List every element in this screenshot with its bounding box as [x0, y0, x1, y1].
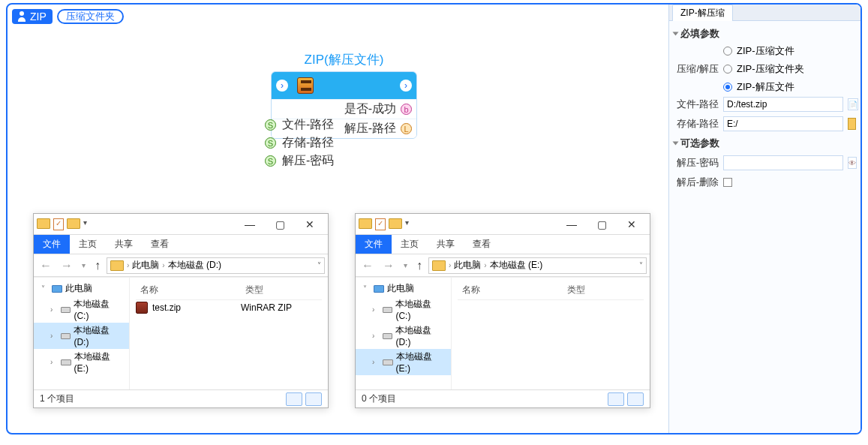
tree-drive-c[interactable]: ›本地磁盘 (C:) — [34, 296, 129, 323]
up-button[interactable]: ↑ — [413, 259, 425, 272]
qat-dropdown-icon[interactable]: ▾ — [83, 218, 87, 230]
tab-view[interactable]: 查看 — [142, 235, 178, 254]
qat-dropdown-icon[interactable]: ▾ — [405, 218, 409, 230]
port-string[interactable]: S — [265, 119, 276, 131]
list-item[interactable]: test.zip WinRAR ZIP — [136, 300, 322, 315]
address-bar: ← → ▾ ↑ › 此电脑 › 本地磁盘 (E:) ˅ — [356, 254, 650, 277]
maximize-button[interactable]: ▢ — [587, 216, 617, 233]
explorer-d[interactable]: ▾ — ▢ ✕ 文件 主页 共享 查看 ← → ▾ ↑ — [33, 213, 329, 408]
tab-share[interactable]: 共享 — [106, 235, 142, 254]
qat: ▾ — [359, 218, 409, 230]
tree-drive-d[interactable]: ›本地磁盘 (D:) — [34, 323, 129, 349]
port-string[interactable]: S — [265, 155, 276, 167]
details-view-button[interactable] — [608, 392, 624, 406]
titlebar[interactable]: ▾ — ▢ ✕ — [34, 214, 328, 235]
address-field[interactable]: › 此电脑 › 本地磁盘 (E:) ˅ — [428, 257, 647, 274]
forward-button[interactable]: → — [58, 259, 76, 272]
port-bool[interactable]: b — [401, 104, 412, 115]
window-controls: — ▢ ✕ — [235, 216, 325, 233]
tree-drive-e[interactable]: ›本地磁盘 (E:) — [356, 349, 451, 375]
forward-button[interactable]: → — [380, 259, 398, 272]
section-optional[interactable]: 可选参数 — [674, 137, 856, 150]
tab-view[interactable]: 查看 — [464, 235, 500, 254]
tab-home[interactable]: 主页 — [70, 235, 106, 254]
tree-drive-e[interactable]: ›本地磁盘 (E:) — [34, 349, 129, 375]
zip-chip[interactable]: ZIP — [12, 9, 53, 24]
param-password: 解压-密码 👁 — [674, 153, 856, 173]
chevron-down-icon[interactable]: ˅ — [639, 261, 643, 269]
chevron-down-icon[interactable]: ˅ — [317, 261, 321, 269]
col-name[interactable]: 名称 — [458, 282, 563, 298]
folder-browse-icon[interactable] — [848, 118, 856, 130]
radio-icon — [723, 65, 732, 74]
store-path-input[interactable] — [723, 116, 843, 131]
tab-share[interactable]: 共享 — [428, 235, 464, 254]
doc-icon[interactable] — [375, 218, 386, 230]
nav-tree[interactable]: ˅此电脑 ›本地磁盘 (C:) ›本地磁盘 (D:) ›本地磁盘 (E:) — [356, 278, 452, 389]
canvas[interactable]: ZIP 压缩文件夹 ZIP(解压文件) › › 是否-成功 b — [8, 5, 668, 433]
chevron-icon: › — [162, 261, 164, 269]
minimize-button[interactable]: — — [235, 216, 265, 233]
header-bar: ZIP 压缩文件夹 — [12, 9, 124, 24]
up-button[interactable]: ↑ — [92, 259, 104, 272]
explorer-e[interactable]: ▾ — ▢ ✕ 文件 主页 共享 查看 ← → ▾ ↑ — [355, 213, 650, 408]
opt-compress-folder[interactable]: ZIP-压缩文件夹 — [723, 62, 804, 76]
folder2-icon[interactable] — [67, 218, 80, 229]
column-headers[interactable]: 名称 类型 — [136, 281, 322, 300]
close-button[interactable]: ✕ — [295, 216, 325, 233]
password-input[interactable] — [723, 155, 843, 170]
icons-view-button[interactable] — [627, 392, 644, 406]
tab-file[interactable]: 文件 — [356, 235, 392, 254]
chevron-icon: › — [449, 261, 451, 269]
item-count: 1 个项目 — [40, 392, 74, 405]
exec-out-port[interactable]: › — [400, 80, 412, 92]
tab-file[interactable]: 文件 — [34, 235, 70, 254]
port-list[interactable]: L — [401, 123, 412, 134]
folder-chip[interactable]: 压缩文件夹 — [57, 9, 124, 24]
file-path-input[interactable] — [723, 97, 843, 112]
tab-zip-unzip[interactable]: ZIP-解压缩 — [672, 5, 733, 21]
back-button[interactable]: ← — [37, 259, 55, 272]
history-dropdown[interactable]: ▾ — [401, 261, 410, 269]
tree-drive-d[interactable]: ›本地磁盘 (D:) — [356, 323, 451, 349]
col-type[interactable]: 类型 — [241, 282, 316, 298]
zip-node[interactable]: ZIP(解压文件) › › 是否-成功 b 解压-路径 — [271, 51, 417, 139]
opt-decompress[interactable]: ZIP-解压文件 — [723, 80, 804, 94]
tree-this-pc[interactable]: ˅此电脑 — [34, 281, 129, 296]
folder-icon[interactable] — [359, 218, 372, 229]
in-store-path: S 存储-路径 — [265, 135, 334, 151]
details-view-button[interactable] — [286, 392, 302, 406]
back-button[interactable]: ← — [359, 259, 377, 272]
reveal-password-icon[interactable]: 👁 — [848, 157, 857, 169]
maximize-button[interactable]: ▢ — [265, 216, 295, 233]
icons-view-button[interactable] — [305, 392, 322, 406]
minimize-button[interactable]: — — [557, 216, 587, 233]
col-type[interactable]: 类型 — [563, 282, 638, 298]
exec-in-port[interactable]: › — [276, 80, 288, 92]
drive-icon — [61, 333, 71, 339]
opt-compress-file[interactable]: ZIP-压缩文件 — [723, 44, 804, 58]
port-string[interactable]: S — [265, 137, 276, 149]
history-dropdown[interactable]: ▾ — [79, 261, 89, 269]
drive-icon — [61, 359, 71, 365]
file-list[interactable]: 名称 类型 — [452, 278, 650, 389]
file-browse-icon[interactable]: 📄 — [848, 98, 858, 110]
tree-drive-c[interactable]: ›本地磁盘 (C:) — [356, 296, 451, 323]
doc-icon[interactable] — [53, 218, 64, 230]
person-icon — [17, 11, 27, 22]
folder-icon[interactable] — [37, 218, 50, 229]
address-field[interactable]: › 此电脑 › 本地磁盘 (D:) ˅ — [107, 257, 325, 274]
column-headers[interactable]: 名称 类型 — [458, 281, 644, 300]
titlebar[interactable]: ▾ — ▢ ✕ — [356, 214, 650, 235]
close-button[interactable]: ✕ — [617, 216, 647, 233]
nav-tree[interactable]: ˅此电脑 ›本地磁盘 (C:) ›本地磁盘 (D:) ›本地磁盘 (E:) — [34, 278, 130, 389]
file-list[interactable]: 名称 类型 test.zip WinRAR ZIP — [130, 278, 328, 389]
section-required[interactable]: 必填参数 — [674, 27, 856, 41]
tree-this-pc[interactable]: ˅此电脑 — [356, 281, 451, 296]
mode-options: ZIP-压缩文件 ZIP-压缩文件夹 ZIP-解压文件 — [723, 44, 804, 94]
view-icons — [608, 392, 644, 406]
col-name[interactable]: 名称 — [136, 282, 241, 298]
delete-checkbox[interactable] — [723, 178, 732, 187]
folder2-icon[interactable] — [389, 218, 402, 229]
tab-home[interactable]: 主页 — [392, 235, 428, 254]
